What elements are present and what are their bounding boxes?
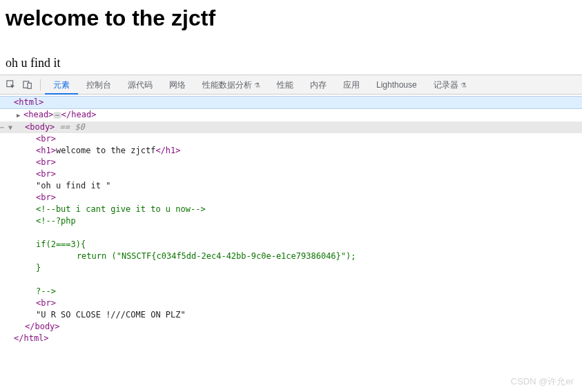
- dom-node-br[interactable]: <br>: [0, 168, 582, 180]
- ellipsis-icon[interactable]: ⋯: [53, 112, 61, 119]
- dom-node-body[interactable]: ⋯ ▼<body> == $0: [0, 121, 582, 133]
- expand-icon[interactable]: ▶: [17, 110, 23, 121]
- device-toggle-icon[interactable]: [19, 77, 36, 93]
- rendered-page: welcome to the zjctf oh u find it: [0, 0, 582, 70]
- page-subtext: oh u find it: [6, 56, 576, 70]
- tab-elements[interactable]: 元素: [45, 75, 78, 95]
- tab-console[interactable]: 控制台: [78, 75, 119, 95]
- elements-tree[interactable]: <html> ▶<head>⋯</head> ⋯ ▼<body> == $0 <…: [0, 95, 582, 346]
- beaker-icon: ⚗: [254, 81, 260, 89]
- dom-comment-php-close[interactable]: ?-->: [0, 286, 582, 297]
- dom-node-head[interactable]: ▶<head>⋯</head>: [0, 109, 582, 121]
- dom-comment-line[interactable]: if(2===3){: [0, 239, 582, 251]
- dom-node-html[interactable]: <html>: [0, 96, 582, 109]
- dom-blank: [0, 227, 582, 239]
- dom-node-br[interactable]: <br>: [0, 297, 582, 309]
- dom-node-br[interactable]: <br>: [0, 133, 582, 145]
- dom-blank: [0, 274, 582, 286]
- dom-comment[interactable]: <!--but i cant give it to u now-->: [0, 204, 582, 215]
- tab-sources[interactable]: 源代码: [119, 75, 161, 95]
- dom-node-body-close[interactable]: </body>: [0, 321, 582, 333]
- dom-text-node[interactable]: "U R SO CLOSE !///COME ON PLZ": [0, 309, 582, 321]
- tab-network[interactable]: 网络: [161, 75, 194, 95]
- watermark: CSDN @许允er: [511, 375, 574, 388]
- dom-node-br[interactable]: <br>: [0, 192, 582, 204]
- dom-node-br[interactable]: <br>: [0, 157, 582, 168]
- svg-rect-2: [28, 83, 31, 88]
- tab-performance[interactable]: 性能: [269, 75, 302, 95]
- inspect-icon[interactable]: [3, 77, 19, 93]
- tab-recorder[interactable]: 记录器⚗: [425, 75, 475, 95]
- dom-comment-php-open[interactable]: <!--?php: [0, 215, 582, 227]
- tab-lighthouse[interactable]: Lighthouse: [368, 75, 425, 95]
- dom-node-html-close[interactable]: </html>: [0, 333, 582, 344]
- page-title: welcome to the zjctf: [6, 6, 576, 31]
- tab-application[interactable]: 应用: [335, 75, 368, 95]
- tab-memory[interactable]: 内存: [302, 75, 335, 95]
- dom-comment-line[interactable]: }: [0, 262, 582, 274]
- gutter-marker: ⋯ ▼: [0, 121, 12, 133]
- beaker-icon: ⚗: [460, 81, 467, 89]
- selection-hint: == $0: [55, 122, 84, 132]
- dom-text-node[interactable]: "oh u find it ": [0, 180, 582, 192]
- dom-comment-line[interactable]: return ("NSSCTF{c034f5dd-2ec4-42bb-9c0e-…: [0, 251, 582, 262]
- devtools-tabbar: 元素 控制台 源代码 网络 性能数据分析⚗ 性能 内存 应用 Lighthous…: [0, 75, 582, 95]
- tab-performance-insights[interactable]: 性能数据分析⚗: [194, 75, 269, 95]
- dom-node-h1[interactable]: <h1>welcome to the zjctf</h1>: [0, 145, 582, 157]
- devtools-panel: 元素 控制台 源代码 网络 性能数据分析⚗ 性能 内存 应用 Lighthous…: [0, 75, 582, 346]
- separator: [40, 79, 41, 90]
